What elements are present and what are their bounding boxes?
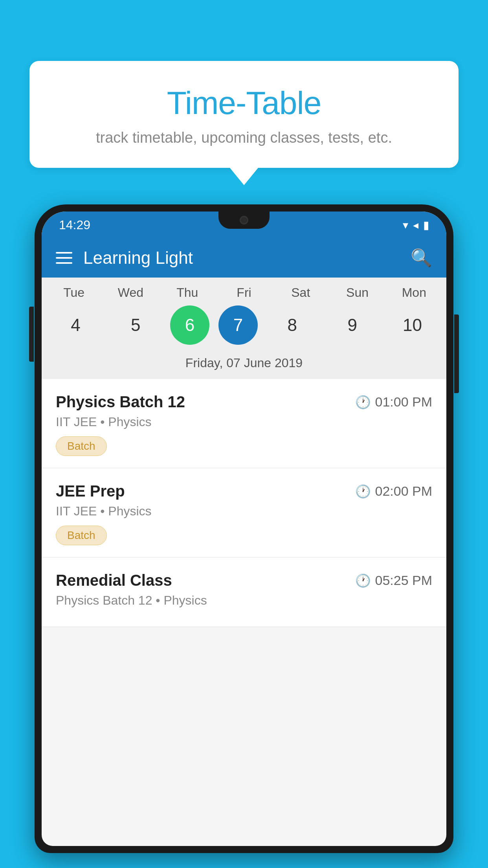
speech-bubble-arrow xyxy=(230,168,258,185)
hamburger-line-1 xyxy=(56,252,72,254)
camera xyxy=(240,216,248,224)
day-label-wed: Wed xyxy=(105,285,156,300)
phone-container: 14:29 ▾ ◂ ▮ Learning Light 🔍 xyxy=(35,204,453,868)
schedule-subtitle-3: Physics Batch 12 • Physics xyxy=(56,593,432,608)
schedule-time-3: 🕐 05:25 PM xyxy=(355,573,432,588)
schedule-title-2: JEE Prep xyxy=(56,482,125,500)
schedule-time-2: 🕐 02:00 PM xyxy=(355,484,432,499)
dates-row: 4 5 6 7 8 9 10 xyxy=(42,305,446,345)
schedule-title-3: Remedial Class xyxy=(56,572,172,589)
day-label-sun: Sun xyxy=(332,285,383,300)
day-label-tue: Tue xyxy=(48,285,99,300)
signal-icon: ◂ xyxy=(413,219,418,232)
schedule-item-1[interactable]: Physics Batch 12 🕐 01:00 PM IIT JEE • Ph… xyxy=(42,379,446,468)
date-7-selected[interactable]: 7 xyxy=(218,305,258,345)
date-4[interactable]: 4 xyxy=(50,305,101,345)
bubble-title: Time-Table xyxy=(45,85,443,121)
battery-icon: ▮ xyxy=(423,219,429,232)
day-label-thu: Thu xyxy=(162,285,213,300)
status-time: 14:29 xyxy=(59,218,90,232)
calendar-strip: Tue Wed Thu Fri Sat Sun Mon 4 5 6 7 8 9 … xyxy=(42,278,446,379)
schedule-item-2-header: JEE Prep 🕐 02:00 PM xyxy=(56,482,432,500)
hamburger-menu-button[interactable] xyxy=(56,252,72,264)
schedule-subtitle-2: IIT JEE • Physics xyxy=(56,504,432,519)
status-icons: ▾ ◂ ▮ xyxy=(403,219,429,232)
bubble-subtitle: track timetable, upcoming classes, tests… xyxy=(45,129,443,146)
schedule-subtitle-1: IIT JEE • Physics xyxy=(56,415,432,429)
schedule-item-2[interactable]: JEE Prep 🕐 02:00 PM IIT JEE • Physics Ba… xyxy=(42,468,446,557)
date-10[interactable]: 10 xyxy=(387,305,438,345)
speech-bubble-container: Time-Table track timetable, upcoming cla… xyxy=(29,61,459,185)
clock-icon-3: 🕐 xyxy=(355,573,371,588)
date-6-today[interactable]: 6 xyxy=(170,305,209,345)
schedule-item-3[interactable]: Remedial Class 🕐 05:25 PM Physics Batch … xyxy=(42,557,446,627)
selected-date-label: Friday, 07 June 2019 xyxy=(42,352,446,379)
schedule-time-1: 🕐 01:00 PM xyxy=(355,394,432,410)
batch-badge-2: Batch xyxy=(56,526,107,545)
status-bar: 14:29 ▾ ◂ ▮ xyxy=(42,211,446,238)
app-bar: Learning Light 🔍 xyxy=(42,238,446,278)
date-9[interactable]: 9 xyxy=(327,305,378,345)
app-title: Learning Light xyxy=(83,248,411,268)
wifi-icon: ▾ xyxy=(403,219,408,232)
date-8[interactable]: 8 xyxy=(267,305,318,345)
search-button[interactable]: 🔍 xyxy=(411,248,432,268)
days-header: Tue Wed Thu Fri Sat Sun Mon xyxy=(42,285,446,300)
date-5[interactable]: 5 xyxy=(110,305,161,345)
hamburger-line-2 xyxy=(56,257,72,259)
schedule-item-3-header: Remedial Class 🕐 05:25 PM xyxy=(56,572,432,589)
hamburger-line-3 xyxy=(56,262,72,264)
schedule-title-1: Physics Batch 12 xyxy=(56,393,185,411)
notch xyxy=(218,211,270,229)
phone-screen: 14:29 ▾ ◂ ▮ Learning Light 🔍 xyxy=(42,211,446,846)
schedule-item-1-header: Physics Batch 12 🕐 01:00 PM xyxy=(56,393,432,411)
batch-badge-1: Batch xyxy=(56,436,107,456)
phone-frame: 14:29 ▾ ◂ ▮ Learning Light 🔍 xyxy=(35,204,453,853)
day-label-sat: Sat xyxy=(275,285,326,300)
schedule-list: Physics Batch 12 🕐 01:00 PM IIT JEE • Ph… xyxy=(42,379,446,627)
day-label-fri: Fri xyxy=(218,285,270,300)
day-label-mon: Mon xyxy=(389,285,440,300)
clock-icon-1: 🕐 xyxy=(355,395,371,410)
clock-icon-2: 🕐 xyxy=(355,484,371,499)
speech-bubble: Time-Table track timetable, upcoming cla… xyxy=(29,61,459,168)
